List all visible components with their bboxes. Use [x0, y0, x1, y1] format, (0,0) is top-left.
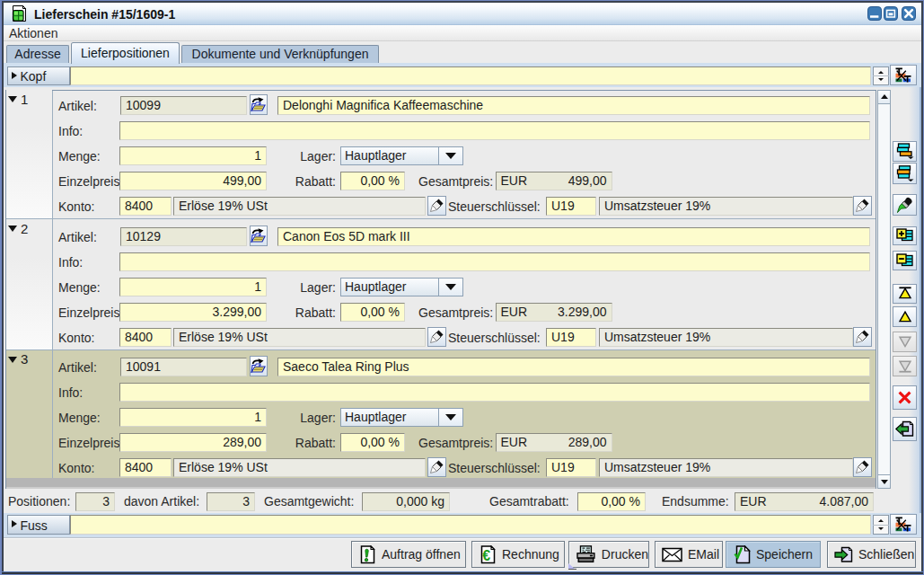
svg-text:€: € — [482, 547, 490, 562]
